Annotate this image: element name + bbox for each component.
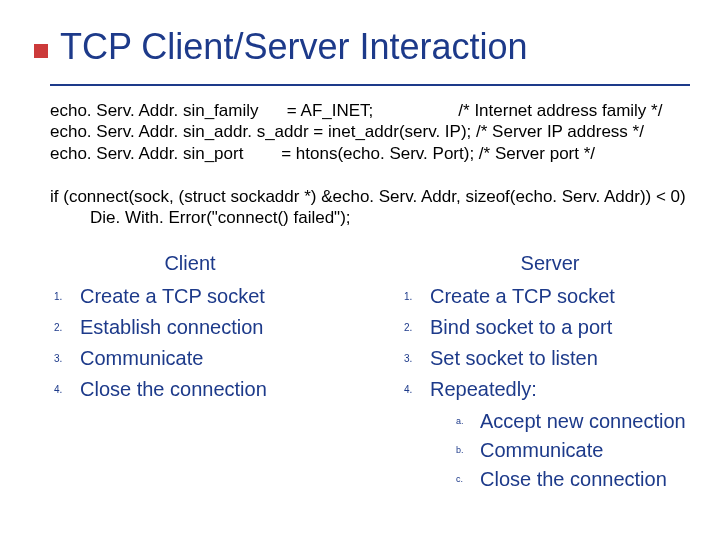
client-column: Client Create a TCP socket Establish con… [50,252,330,405]
title-rule [50,84,690,86]
code-block-connect: if (connect(sock, (struct sockaddr *) &e… [50,186,710,229]
server-list: Create a TCP socket Bind socket to a por… [400,281,700,494]
list-item: Close the connection [446,465,700,494]
list-item: Communicate [446,436,700,465]
code-line: echo. Serv. Addr. sin_family = AF_INET; … [50,101,662,120]
code-line: if (connect(sock, (struct sockaddr *) &e… [50,187,686,206]
list-item: Establish connection [54,312,330,343]
slide: TCP Client/Server Interaction echo. Serv… [0,0,720,540]
code-block-setup: echo. Serv. Addr. sin_family = AF_INET; … [50,100,700,164]
slide-title: TCP Client/Server Interaction [60,26,700,68]
list-item: Bind socket to a port [404,312,700,343]
server-column: Server Create a TCP socket Bind socket t… [400,252,700,494]
code-line: echo. Serv. Addr. sin_port = htons(echo.… [50,144,595,163]
title-accent [34,44,48,58]
list-item: Close the connection [54,374,330,405]
list-item: Accept new connection [446,407,700,436]
server-header: Server [400,252,700,275]
client-list: Create a TCP socket Establish connection… [50,281,330,405]
server-sublist: Accept new connection Communicate Close … [446,407,700,494]
list-item: Create a TCP socket [404,281,700,312]
list-item-label: Repeatedly: [430,378,537,400]
code-line: Die. With. Error("connect() failed"); [50,207,710,228]
list-item: Communicate [54,343,330,374]
list-item: Create a TCP socket [54,281,330,312]
list-item: Repeatedly: Accept new connection Commun… [404,374,700,494]
client-header: Client [50,252,330,275]
list-item: Set socket to listen [404,343,700,374]
code-line: echo. Serv. Addr. sin_addr. s_addr = ine… [50,122,644,141]
